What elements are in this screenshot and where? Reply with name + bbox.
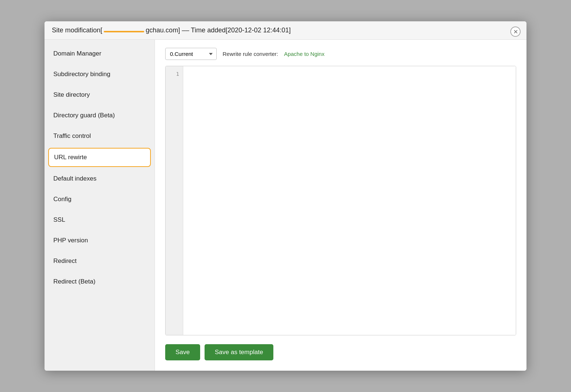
- editor-textarea[interactable]: [183, 66, 516, 335]
- sidebar-item-ssl[interactable]: SSL: [45, 210, 155, 230]
- line-number-1: 1: [166, 70, 183, 78]
- sidebar-item-directory-guard[interactable]: Directory guard (Beta): [45, 105, 155, 126]
- rewrite-label: Rewrite rule converter:: [223, 51, 278, 57]
- sidebar-item-site-directory[interactable]: Site directory: [45, 85, 155, 105]
- close-icon: ✕: [513, 28, 518, 35]
- footer-buttons: Save Save as template: [165, 344, 516, 360]
- sidebar-item-subdirectory-binding[interactable]: Subdirectory binding: [45, 64, 155, 85]
- modal-title: Site modification[gchau.com] –– Time add…: [52, 26, 291, 34]
- modal: Site modification[gchau.com] –– Time add…: [45, 21, 526, 371]
- sidebar-item-php-version[interactable]: PHP version: [45, 230, 155, 251]
- save-template-button[interactable]: Save as template: [205, 344, 273, 360]
- domain-highlight: [104, 31, 144, 32]
- editor-container: 1: [165, 66, 516, 335]
- modal-header: Site modification[gchau.com] –– Time add…: [45, 21, 526, 40]
- main-content: 0.Current1.Previous2.Older Rewrite rule …: [155, 40, 526, 371]
- save-button[interactable]: Save: [165, 344, 200, 360]
- line-numbers: 1: [166, 66, 183, 335]
- title-suffix: gchau.com] –– Time added[2020-12-02 12:4…: [146, 26, 291, 34]
- modal-body: Domain ManagerSubdirectory bindingSite d…: [45, 40, 526, 371]
- sidebar: Domain ManagerSubdirectory bindingSite d…: [45, 40, 155, 371]
- rewrite-link[interactable]: Apache to Nginx: [284, 51, 324, 57]
- toolbar: 0.Current1.Previous2.Older Rewrite rule …: [165, 48, 516, 60]
- sidebar-item-config[interactable]: Config: [45, 189, 155, 210]
- sidebar-item-redirect-beta[interactable]: Redirect (Beta): [45, 271, 155, 292]
- sidebar-item-url-rewrite[interactable]: URL rewirte: [48, 148, 151, 167]
- version-select[interactable]: 0.Current1.Previous2.Older: [165, 48, 217, 60]
- close-button[interactable]: ✕: [510, 26, 521, 37]
- sidebar-item-traffic-control[interactable]: Traffic control: [45, 126, 155, 146]
- title-prefix: Site modification[: [52, 26, 102, 34]
- sidebar-item-default-indexes[interactable]: Default indexes: [45, 168, 155, 189]
- sidebar-item-domain-manager[interactable]: Domain Manager: [45, 43, 155, 64]
- sidebar-item-redirect[interactable]: Redirect: [45, 251, 155, 271]
